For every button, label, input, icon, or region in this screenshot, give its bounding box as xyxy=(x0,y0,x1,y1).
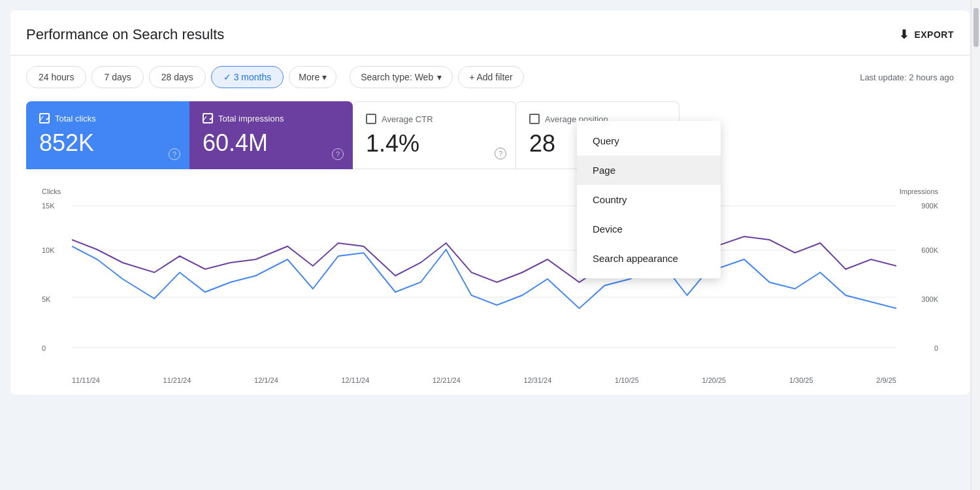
x-label-9: 2/9/25 xyxy=(876,376,896,384)
x-label-3: 12/11/24 xyxy=(341,376,369,384)
dropdown-item-device[interactable]: Device xyxy=(577,214,721,244)
search-type-chevron-icon: ▾ xyxy=(437,72,442,82)
dropdown-item-country[interactable]: Country xyxy=(577,185,721,214)
metric-label-clicks: ✓ Total clicks xyxy=(39,113,176,123)
dropdown-item-search-appearance[interactable]: Search appearance xyxy=(577,244,721,273)
y-right-900k: 900K xyxy=(921,202,938,210)
y-right-0: 0 xyxy=(934,344,938,352)
impressions-help-icon[interactable]: ? xyxy=(332,148,344,160)
filter-dropdown-menu: Query Page Country Device Search appeara… xyxy=(577,121,721,278)
metric-label-ctr: Average CTR xyxy=(366,114,502,124)
page-container: Performance on Search results ⬇ EXPORT 2… xyxy=(0,0,980,490)
last-update-label: Last update: 2 hours ago xyxy=(860,73,954,82)
export-button[interactable]: ⬇ EXPORT xyxy=(899,27,954,42)
add-filter-button[interactable]: + Add filter xyxy=(458,66,524,88)
position-checkbox-icon xyxy=(529,114,540,124)
y-left-10k: 10K xyxy=(42,246,55,254)
x-label-6: 1/10/25 xyxy=(615,376,639,384)
ctr-help-icon[interactable]: ? xyxy=(495,148,506,159)
metrics-row: ✓ Total clicks 852K ? ✓ Total impression… xyxy=(26,101,954,169)
y-left-15k: 15K xyxy=(42,202,55,210)
x-label-4: 12/21/24 xyxy=(433,376,461,384)
x-label-2: 12/1/24 xyxy=(254,376,278,384)
toolbar-row: 24 hours 7 days 28 days ✓ 3 months More … xyxy=(26,66,954,88)
x-label-1: 11/21/24 xyxy=(163,376,191,384)
impressions-checkbox-icon: ✓ xyxy=(203,113,213,123)
more-filter-button[interactable]: More ▾ xyxy=(289,66,336,88)
search-type-button[interactable]: Search type: Web ▾ xyxy=(350,66,453,88)
metric-card-avg-ctr[interactable]: Average CTR 1.4% ? xyxy=(353,101,516,169)
filter-28d-button[interactable]: 28 days xyxy=(149,66,206,88)
metric-card-total-clicks[interactable]: ✓ Total clicks 852K ? xyxy=(26,101,189,169)
impressions-label: Impressions xyxy=(900,188,938,195)
header-row: Performance on Search results ⬇ EXPORT xyxy=(26,26,954,43)
metric-value-ctr: 1.4% xyxy=(366,131,502,157)
chevron-down-icon: ▾ xyxy=(322,72,327,82)
export-icon: ⬇ xyxy=(899,27,909,42)
metric-value-impressions: 60.4M xyxy=(203,130,340,156)
filter-7d-button[interactable]: 7 days xyxy=(91,66,143,88)
metric-label-impressions: ✓ Total impressions xyxy=(203,113,340,123)
main-card: Performance on Search results ⬇ EXPORT 2… xyxy=(10,10,970,395)
dropdown-item-page[interactable]: Page xyxy=(577,155,721,185)
scrollbar-thumb[interactable] xyxy=(973,8,979,47)
x-label-8: 1/30/25 xyxy=(789,376,813,384)
ctr-checkbox-icon xyxy=(366,114,376,124)
y-right-300k: 300K xyxy=(921,295,938,303)
y-axis-left: Clicks 15K 10K 5K 0 xyxy=(42,188,69,370)
more-label: More xyxy=(299,72,319,82)
filter-24h-button[interactable]: 24 hours xyxy=(26,66,86,88)
search-type-label: Search type: Web xyxy=(361,72,433,82)
add-filter-label: + Add filter xyxy=(469,72,513,82)
metric-value-clicks: 852K xyxy=(39,130,176,156)
clicks-label: Clicks xyxy=(42,188,61,195)
chart-svg xyxy=(72,188,896,370)
chart-svg-wrapper: 11/11/24 11/21/24 12/1/24 12/11/24 12/21… xyxy=(72,188,896,384)
scrollbar-track[interactable] xyxy=(971,0,980,490)
header-divider xyxy=(10,55,970,56)
y-right-600k: 600K xyxy=(921,246,938,254)
filter-3m-button[interactable]: ✓ 3 months xyxy=(211,66,284,88)
x-label-7: 1/20/25 xyxy=(702,376,726,384)
clicks-checkbox-icon: ✓ xyxy=(39,113,50,123)
y-axis-right: Impressions 900K 600K 300K 0 xyxy=(899,188,938,370)
metric-card-total-impressions[interactable]: ✓ Total impressions 60.4M ? xyxy=(189,101,353,169)
y-left-5k: 5K xyxy=(42,295,50,303)
export-label: EXPORT xyxy=(914,29,954,40)
x-axis-labels: 11/11/24 11/21/24 12/1/24 12/11/24 12/21… xyxy=(72,376,896,384)
checkmark-icon: ✓ xyxy=(223,72,234,82)
page-title: Performance on Search results xyxy=(26,26,224,43)
chart-area: Clicks 15K 10K 5K 0 Impressions 900K 600… xyxy=(26,169,954,395)
y-left-0: 0 xyxy=(42,344,46,352)
dropdown-item-query[interactable]: Query xyxy=(577,126,721,155)
x-label-5: 12/31/24 xyxy=(524,376,552,384)
x-label-0: 11/11/24 xyxy=(72,376,100,384)
clicks-help-icon[interactable]: ? xyxy=(169,148,180,160)
